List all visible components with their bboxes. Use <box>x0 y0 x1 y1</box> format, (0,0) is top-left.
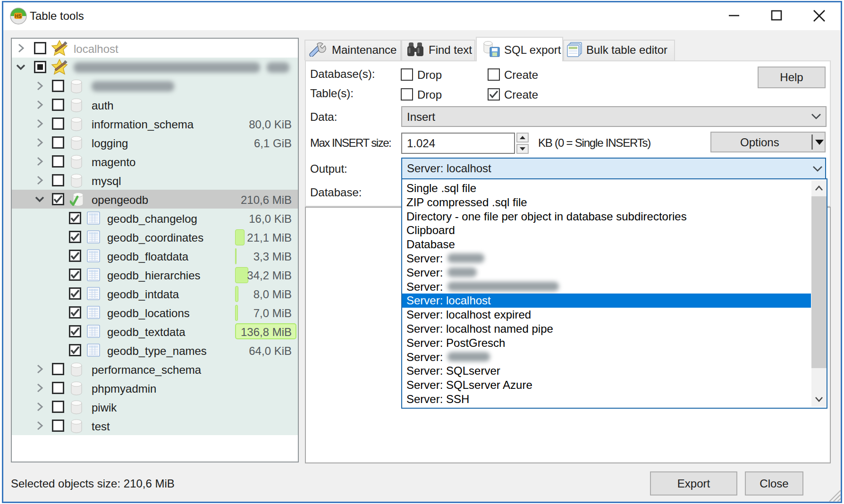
svg-text:HS: HS <box>15 14 22 19</box>
